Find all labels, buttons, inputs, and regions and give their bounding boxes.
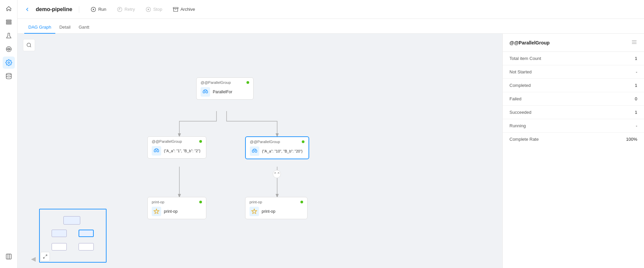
right-panel-menu-icon[interactable] xyxy=(631,39,637,46)
stats-row-5: Running - xyxy=(503,119,644,133)
collapse-button[interactable]: ⌃⌃ xyxy=(273,170,281,178)
stats-value-0: 1 xyxy=(635,56,637,61)
sidebar-icon-experiment[interactable] xyxy=(3,30,15,42)
stats-label-6: Complete Rate xyxy=(509,137,539,142)
stats-value-5: - xyxy=(636,123,637,128)
stats-label-5: Running xyxy=(509,123,526,128)
status-dot-right xyxy=(302,140,304,143)
sidebar-icon-bottom[interactable] xyxy=(3,250,15,263)
sidebar-icon-list[interactable] xyxy=(3,16,15,28)
dag-node-right[interactable]: @@ParallelGroup {"A_a": xyxy=(245,136,309,159)
sidebar-icon-model[interactable] xyxy=(3,43,15,55)
sidebar-icon-storage[interactable] xyxy=(3,70,15,82)
dag-node-left[interactable]: @@ParallelGroup {"A_a": xyxy=(147,136,206,159)
dag-node-print-left[interactable]: print-op print-op xyxy=(147,197,206,219)
stats-row-2: Completed 1 xyxy=(503,79,644,92)
dag-node-root-header: @@ParallelGroup xyxy=(201,80,249,85)
stats-value-6: 100% xyxy=(626,137,637,142)
dag-node-print-right-header: print-op xyxy=(250,200,303,204)
svg-point-19 xyxy=(27,43,31,47)
scroll-left-indicator[interactable]: ◀ xyxy=(31,255,36,263)
svg-rect-22 xyxy=(206,91,208,93)
right-panel-header: @@ParallelGroup xyxy=(503,34,644,52)
header-divider xyxy=(79,6,79,13)
stats-label-3: Failed xyxy=(509,96,521,101)
stats-table: Total item Count 1 Not Started - Complet… xyxy=(503,52,644,146)
svg-line-20 xyxy=(30,46,31,47)
tabs-bar: DAG Graph Detail Gantt xyxy=(18,19,644,34)
stats-value-1: - xyxy=(636,69,637,74)
svg-rect-16 xyxy=(148,9,149,10)
dag-canvas[interactable]: @@ParallelGroup xyxy=(18,34,502,268)
archive-button[interactable]: Archive xyxy=(168,5,200,14)
stats-value-4: 1 xyxy=(635,110,637,115)
stats-row-6: Complete Rate 100% xyxy=(503,133,644,146)
right-panel-title: @@ParallelGroup xyxy=(509,40,550,45)
main-area: demo-pipeline Run Retry Stop Archive DAG… xyxy=(18,0,644,268)
svg-rect-29 xyxy=(157,150,159,152)
expand-button[interactable] xyxy=(40,252,50,261)
svg-point-7 xyxy=(8,62,9,64)
stop-button[interactable]: Stop xyxy=(141,5,167,14)
stats-row-0: Total item Count 1 xyxy=(503,52,644,65)
stats-label-4: Succeeded xyxy=(509,110,531,115)
svg-rect-9 xyxy=(6,254,11,259)
pipeline-title: demo-pipeline xyxy=(36,6,72,12)
dag-node-print-right-body: print-op xyxy=(250,207,303,216)
tab-dag-graph[interactable]: DAG Graph xyxy=(24,21,55,34)
header: demo-pipeline Run Retry Stop Archive xyxy=(18,0,644,19)
svg-rect-17 xyxy=(173,7,178,8)
parallel-group-right-icon xyxy=(250,146,259,156)
header-actions: Run Retry Stop Archive xyxy=(86,5,200,14)
parallel-group-left-icon xyxy=(152,146,161,156)
dag-node-right-body: {"A_a": "10", "B_b": "20"} xyxy=(250,146,304,156)
stats-row-4: Succeeded 1 xyxy=(503,106,644,119)
parallel-for-icon xyxy=(201,87,210,97)
tab-detail[interactable]: Detail xyxy=(55,21,75,34)
status-dot-root xyxy=(246,81,249,84)
back-button[interactable] xyxy=(24,6,30,12)
svg-line-40 xyxy=(46,255,47,256)
stats-value-3: 0 xyxy=(635,96,637,101)
svg-rect-28 xyxy=(154,150,156,152)
sidebar-icon-settings[interactable] xyxy=(3,57,15,69)
stats-label-0: Total item Count xyxy=(509,56,541,61)
run-button[interactable]: Run xyxy=(86,5,111,14)
stats-label-2: Completed xyxy=(509,83,531,88)
svg-rect-2 xyxy=(6,23,11,24)
content-area: @@ParallelGroup xyxy=(18,34,644,268)
stats-label-1: Not Started xyxy=(509,69,532,74)
svg-rect-1 xyxy=(6,22,11,23)
right-panel: @@ParallelGroup Total item Count 1 Not S… xyxy=(502,34,644,268)
dag-node-root[interactable]: @@ParallelGroup xyxy=(196,77,254,100)
svg-point-14 xyxy=(118,7,122,11)
stats-row-3: Failed 0 xyxy=(503,92,644,106)
print-op-right-icon xyxy=(250,207,259,216)
dag-node-left-header: @@ParallelGroup xyxy=(152,139,202,143)
retry-button[interactable]: Retry xyxy=(112,5,140,14)
dag-node-right-header: @@ParallelGroup xyxy=(250,140,304,144)
print-op-left-icon xyxy=(152,207,161,216)
dag-node-root-body: ParallelFor xyxy=(201,87,249,97)
svg-point-8 xyxy=(6,73,11,75)
dag-node-print-right[interactable]: print-op print-op xyxy=(245,197,308,219)
dag-node-print-left-header: print-op xyxy=(152,200,202,204)
svg-line-41 xyxy=(43,257,45,258)
svg-rect-0 xyxy=(6,20,11,21)
status-dot-print-right xyxy=(300,201,303,203)
status-dot-print-left xyxy=(199,201,202,203)
svg-marker-13 xyxy=(93,8,94,10)
dag-node-left-body: {"A_a": "1", "B_b": "2"} xyxy=(152,146,202,156)
dag-node-print-left-body: print-op xyxy=(152,207,202,216)
svg-rect-35 xyxy=(255,150,257,152)
tab-gantt[interactable]: Gantt xyxy=(75,21,93,34)
status-dot-left xyxy=(199,140,202,143)
stats-value-2: 1 xyxy=(635,83,637,88)
stats-row-1: Not Started - xyxy=(503,65,644,79)
search-button[interactable] xyxy=(23,39,35,51)
sidebar-icon-home[interactable] xyxy=(3,3,15,15)
sidebar xyxy=(0,0,18,268)
svg-rect-21 xyxy=(203,91,205,93)
svg-rect-34 xyxy=(252,150,254,152)
